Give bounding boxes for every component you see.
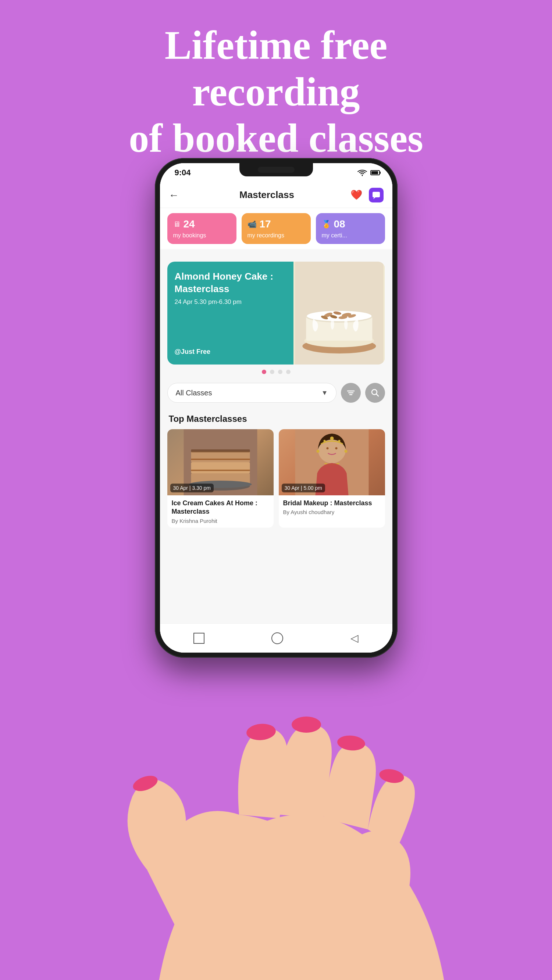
- svg-point-41: [330, 436, 333, 440]
- wifi-icon: [357, 169, 367, 177]
- pagination-dots: [160, 370, 392, 374]
- svg-point-45: [335, 447, 337, 449]
- svg-rect-32: [191, 458, 250, 460]
- svg-line-29: [376, 394, 378, 396]
- hero-text: Lifetime free recording of booked classe…: [0, 22, 552, 162]
- chevron-down-icon: ▼: [321, 389, 328, 397]
- nav-triangle-icon[interactable]: ◁: [351, 632, 359, 644]
- featured-card[interactable]: Almond Honey Cake : Masterclass 24 Apr 5…: [168, 262, 385, 364]
- status-icons: [357, 169, 381, 177]
- class-card-2[interactable]: 30 Apr | 5.00 pm Bridal Makeup : Masterc…: [279, 429, 385, 528]
- svg-rect-36: [191, 449, 250, 452]
- search-icon: [371, 389, 379, 397]
- section-title: Top Masterclasses: [169, 414, 247, 424]
- class-info-1: Ice Cream Cakes At Home : Masterclass By…: [168, 495, 274, 528]
- dot-3: [278, 370, 282, 374]
- bookings-icon: 🖥: [173, 220, 180, 229]
- phone-bottom-nav: ◁: [160, 623, 392, 652]
- recordings-label: my recordings: [247, 232, 305, 239]
- class-image-1: 30 Apr | 3.30 pm: [168, 429, 274, 495]
- classes-row: 30 Apr | 3.30 pm Ice Cream Cakes At Home…: [168, 429, 385, 528]
- featured-info: Almond Honey Cake : Masterclass 24 Apr 5…: [168, 262, 294, 364]
- svg-point-47: [344, 450, 347, 453]
- recordings-icon: 📹: [247, 220, 257, 229]
- class-filter-dropdown[interactable]: All Classes ▼: [168, 383, 337, 403]
- filter-dropdown-label: All Classes: [176, 389, 212, 397]
- heart-icon: ❤️: [351, 189, 362, 200]
- stat-card-recordings[interactable]: 📹 17 my recordings: [242, 213, 311, 244]
- chat-icon: [372, 191, 381, 199]
- class-name-2: Bridal Makeup : Masterclass: [283, 499, 381, 508]
- featured-date: 24 Apr 5.30 pm-6.30 pm: [175, 298, 286, 306]
- stat-card-bookings[interactable]: 🖥 24 my bookings: [168, 213, 236, 244]
- hero-line3: of booked classes: [0, 115, 552, 162]
- phone-notch: [239, 163, 313, 177]
- nav-circle-icon[interactable]: [271, 632, 283, 644]
- nav-square-icon[interactable]: [193, 633, 204, 644]
- dot-2: [270, 370, 274, 374]
- svg-rect-7: [372, 171, 378, 174]
- hero-line1: Lifetime free: [0, 22, 552, 69]
- app-bar: ← Masterclass ❤️: [160, 182, 392, 208]
- app-title: Masterclass: [185, 189, 349, 200]
- featured-image: [294, 262, 385, 364]
- svg-point-43: [338, 440, 340, 442]
- bookings-label: my bookings: [173, 232, 231, 239]
- svg-rect-8: [380, 172, 381, 174]
- featured-price: @Just Free: [175, 348, 286, 356]
- featured-title: Almond Honey Cake : Masterclass: [175, 270, 286, 296]
- certificates-label: my certi...: [322, 232, 379, 239]
- svg-rect-33: [191, 462, 250, 473]
- class-info-2: Bridal Makeup : Masterclass By Ayushi ch…: [279, 495, 385, 519]
- class-by-1: By Krishna Purohit: [172, 518, 269, 524]
- chat-button[interactable]: [369, 188, 384, 202]
- phone-outer: 9:04: [155, 158, 397, 658]
- class-card-1[interactable]: 30 Apr | 3.30 pm Ice Cream Cakes At Home…: [168, 429, 274, 528]
- svg-rect-31: [191, 451, 250, 462]
- svg-rect-9: [373, 192, 380, 197]
- filter-row: All Classes ▼: [168, 383, 385, 403]
- status-time: 9:04: [175, 168, 191, 178]
- svg-rect-34: [191, 469, 250, 471]
- stat-card-certificates[interactable]: 🏅 08 my certi...: [316, 213, 385, 244]
- recordings-number: 17: [260, 218, 271, 230]
- phone-mockup: 9:04: [155, 158, 397, 658]
- svg-point-44: [326, 447, 329, 449]
- phone-screen: 9:04: [160, 163, 392, 652]
- search-button[interactable]: [365, 383, 385, 403]
- filter-icon: [347, 389, 355, 396]
- cake-svg: [294, 262, 385, 364]
- svg-marker-10: [373, 197, 375, 199]
- dot-1: [262, 370, 266, 374]
- class-name-1: Ice Cream Cakes At Home : Masterclass: [172, 499, 269, 516]
- svg-point-42: [323, 440, 325, 442]
- class-date-badge-1: 30 Apr | 3.30 pm: [170, 484, 214, 492]
- bookings-number: 24: [183, 218, 195, 230]
- certificates-icon: 🏅: [322, 220, 331, 229]
- certificates-number: 08: [334, 218, 345, 230]
- heart-button[interactable]: ❤️: [349, 188, 364, 202]
- app-bar-icons: ❤️: [349, 188, 384, 202]
- screen-content: 9:04: [160, 163, 392, 652]
- hero-line2: recording: [0, 69, 552, 115]
- back-button[interactable]: ←: [169, 189, 179, 201]
- class-date-badge-2: 30 Apr | 5.00 pm: [282, 484, 325, 492]
- svg-point-46: [316, 450, 319, 453]
- stats-row: 🖥 24 my bookings 📹 17 my recordings: [160, 208, 392, 249]
- class-image-2: 30 Apr | 5.00 pm: [279, 429, 385, 495]
- battery-icon: [370, 169, 381, 176]
- class-by-2: By Ayushi choudhary: [283, 509, 381, 515]
- filter-button[interactable]: [341, 383, 361, 403]
- dot-4: [286, 370, 290, 374]
